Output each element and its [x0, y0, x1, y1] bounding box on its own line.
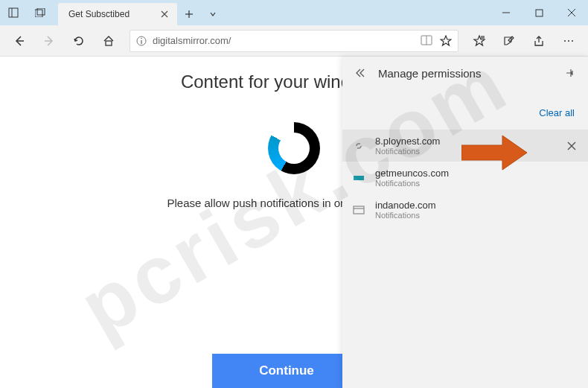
permissions-panel: Manage permissions Clear all 8.ploynest.… — [342, 57, 588, 388]
panel-back-button[interactable] — [351, 65, 369, 81]
svg-point-25 — [564, 40, 566, 42]
share-button[interactable] — [525, 28, 552, 54]
forward-button[interactable] — [36, 28, 63, 54]
spinner-icon — [268, 122, 320, 174]
continue-button[interactable]: Continue — [212, 354, 361, 388]
home-button[interactable] — [95, 28, 122, 54]
permission-sub: Notifications — [375, 179, 579, 188]
site-info-icon[interactable] — [136, 36, 147, 46]
svg-marker-21 — [474, 36, 485, 45]
titlebar-left — [0, 0, 54, 25]
favorite-star-icon[interactable] — [440, 35, 452, 47]
new-tab-button[interactable] — [177, 3, 201, 25]
annotation-arrow-icon — [461, 134, 528, 171]
window-controls — [490, 0, 588, 25]
url-text: digitalsmirror.com/ — [153, 35, 421, 46]
panel-title: Manage permissions — [378, 67, 561, 80]
svg-rect-9 — [536, 10, 543, 16]
svg-rect-30 — [354, 176, 364, 180]
notes-button[interactable] — [496, 28, 523, 54]
clear-all-link[interactable]: Clear all — [539, 107, 575, 118]
tab-close-button[interactable] — [159, 9, 170, 19]
sidebar-toggle-button[interactable] — [0, 0, 27, 25]
link-icon — [351, 139, 366, 153]
tab-chevron-button[interactable] — [201, 3, 225, 25]
window-icon — [351, 203, 366, 217]
maximize-button[interactable] — [523, 0, 555, 25]
permission-domain: indanode.com — [375, 200, 579, 211]
pin-button[interactable] — [561, 64, 579, 82]
window-titlebar: Get Subsctibed — [0, 0, 588, 25]
svg-point-27 — [572, 40, 573, 42]
svg-point-17 — [141, 37, 142, 39]
svg-rect-31 — [354, 206, 364, 214]
svg-marker-33 — [461, 136, 527, 170]
svg-rect-0 — [9, 8, 18, 17]
tabs-aside-button[interactable] — [27, 0, 54, 25]
tab-strip: Get Subsctibed — [54, 0, 225, 25]
more-button[interactable] — [555, 28, 582, 54]
svg-marker-20 — [441, 36, 451, 45]
site-icon — [351, 171, 366, 185]
panel-header: Manage permissions — [342, 57, 588, 89]
svg-rect-2 — [35, 10, 42, 17]
address-bar[interactable]: digitalsmirror.com/ — [130, 30, 458, 52]
remove-permission-button[interactable] — [564, 139, 579, 153]
svg-rect-3 — [37, 8, 45, 15]
close-window-button[interactable] — [555, 0, 588, 25]
permission-item[interactable]: indanode.com Notifications — [342, 194, 588, 226]
browser-tab[interactable]: Get Subsctibed — [58, 3, 177, 25]
refresh-button[interactable] — [65, 28, 92, 54]
permission-sub: Notifications — [375, 211, 579, 220]
minimize-button[interactable] — [490, 0, 523, 25]
browser-toolbar: digitalsmirror.com/ — [0, 25, 588, 57]
back-button[interactable] — [6, 28, 33, 54]
clear-all-row: Clear all — [342, 89, 588, 130]
permission-text: indanode.com Notifications — [375, 200, 579, 220]
favorites-button[interactable] — [466, 28, 493, 54]
tab-title: Get Subsctibed — [65, 9, 159, 19]
svg-rect-14 — [106, 41, 112, 45]
reading-view-icon[interactable] — [421, 35, 432, 47]
svg-point-26 — [568, 40, 569, 42]
